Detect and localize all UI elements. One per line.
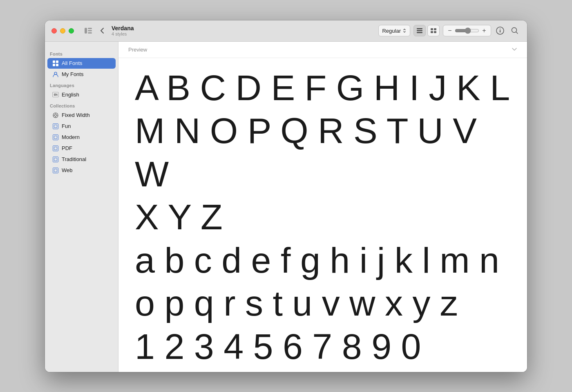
fun-collection-icon <box>52 123 59 130</box>
languages-section-label: Languages <box>45 83 118 88</box>
preview-chevron-icon[interactable] <box>512 47 517 52</box>
preview-text-uppercase-3: X Y Z <box>135 195 511 239</box>
font-name: Verdana <box>112 25 134 32</box>
svg-rect-12 <box>500 30 500 33</box>
fun-label: Fun <box>62 123 71 129</box>
svg-rect-5 <box>417 30 422 31</box>
svg-rect-18 <box>56 64 58 66</box>
english-label: English <box>62 92 79 98</box>
pdf-collection-icon <box>52 145 59 152</box>
sidebar-item-my-fonts[interactable]: My Fonts <box>47 69 116 80</box>
fixed-width-icon <box>52 112 59 119</box>
preview-content: A B C D E F G H I J K L M N O P Q R S T … <box>118 58 527 372</box>
svg-rect-7 <box>431 28 433 30</box>
preview-text-uppercase-2: M N O P Q R S T U V W <box>135 109 511 195</box>
list-view-button[interactable] <box>413 25 426 36</box>
minimize-button[interactable] <box>60 28 65 34</box>
main-content: Fonts All Fonts <box>45 42 527 372</box>
size-increase-button[interactable]: + <box>481 27 487 34</box>
font-styles-count: 4 styles <box>112 31 134 36</box>
modern-collection-icon <box>52 134 59 141</box>
sidebar: Fonts All Fonts <box>45 42 118 372</box>
close-button[interactable] <box>51 28 57 34</box>
english-icon: EN <box>52 92 59 98</box>
back-button[interactable] <box>98 26 107 35</box>
fixed-width-label: Fixed Width <box>62 112 90 118</box>
collections-section-label: Collections <box>45 103 118 108</box>
search-button[interactable] <box>509 25 521 36</box>
titlebar: Verdana 4 styles Regular <box>45 20 527 42</box>
preview-text-lowercase: a b c d e f g h i j k l m n <box>135 239 511 282</box>
traditional-collection-icon <box>52 156 59 163</box>
preview-text-lowercase-2: o p q r s t u v w x y z <box>135 282 511 325</box>
svg-rect-10 <box>434 31 436 33</box>
sidebar-item-fun[interactable]: Fun <box>47 121 116 132</box>
info-button[interactable] <box>494 25 506 36</box>
style-select-value: Regular <box>382 28 401 34</box>
preview-text-numbers: 1 2 3 4 5 6 7 8 9 0 <box>135 325 511 368</box>
svg-rect-0 <box>85 28 87 34</box>
my-fonts-label: My Fonts <box>62 71 83 77</box>
all-fonts-icon <box>52 60 59 67</box>
traditional-label: Traditional <box>62 156 86 162</box>
app-window: Verdana 4 styles Regular <box>45 20 527 372</box>
web-label: Web <box>62 167 73 173</box>
sidebar-item-all-fonts[interactable]: All Fonts <box>47 58 116 69</box>
size-control: − + <box>443 25 491 36</box>
size-decrease-button[interactable]: − <box>447 27 453 34</box>
fonts-section-label: Fonts <box>45 52 118 56</box>
svg-rect-1 <box>88 28 92 29</box>
svg-rect-15 <box>53 60 55 63</box>
sidebar-item-english[interactable]: EN English <box>47 90 116 100</box>
svg-point-21 <box>55 114 57 116</box>
web-collection-icon <box>52 167 59 174</box>
sidebar-item-web[interactable]: Web <box>47 165 116 176</box>
preview-text-uppercase: A B C D E F G H I J K L <box>135 66 511 110</box>
svg-rect-3 <box>88 32 92 34</box>
pdf-label: PDF <box>62 145 72 151</box>
svg-point-13 <box>500 29 500 29</box>
my-fonts-icon <box>52 71 59 78</box>
svg-rect-17 <box>53 64 55 66</box>
titlebar-left: Verdana 4 styles <box>80 25 134 37</box>
sidebar-item-pdf[interactable]: PDF <box>47 143 116 154</box>
svg-rect-2 <box>88 30 92 31</box>
svg-rect-16 <box>56 60 58 63</box>
sidebar-item-traditional[interactable]: Traditional <box>47 154 116 165</box>
preview-header: Preview <box>118 42 527 58</box>
sidebar-toggle-button[interactable] <box>84 26 93 35</box>
view-toggle-group <box>413 25 440 36</box>
svg-rect-9 <box>431 31 433 33</box>
titlebar-right: Regular <box>378 25 521 36</box>
svg-rect-4 <box>417 28 422 29</box>
traffic-lights <box>51 28 74 34</box>
all-fonts-label: All Fonts <box>62 60 83 66</box>
sidebar-item-fixed-width[interactable]: Fixed Width <box>47 110 116 121</box>
style-select[interactable]: Regular <box>378 25 410 36</box>
font-title-group: Verdana 4 styles <box>112 25 134 37</box>
grid-view-button[interactable] <box>427 25 440 36</box>
size-slider[interactable] <box>455 27 479 34</box>
modern-label: Modern <box>62 134 80 140</box>
content-area: Preview A B C D E F G H I J K L M N O P … <box>118 42 527 372</box>
maximize-button[interactable] <box>69 28 74 34</box>
preview-label: Preview <box>128 47 147 53</box>
sidebar-item-modern[interactable]: Modern <box>47 132 116 143</box>
svg-rect-6 <box>417 32 422 34</box>
svg-rect-8 <box>434 28 436 30</box>
